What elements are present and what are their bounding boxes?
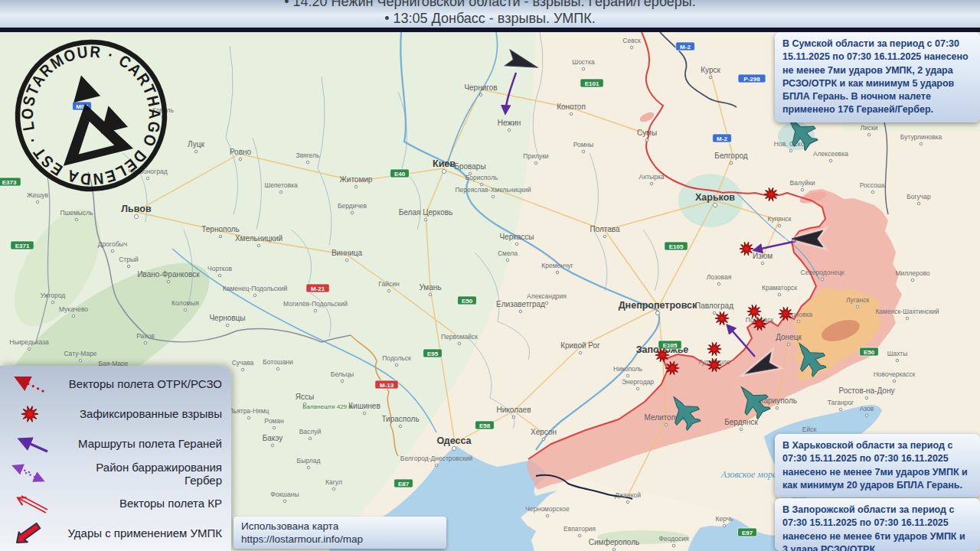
svg-text:Прилуки: Прилуки xyxy=(523,152,549,160)
info-box-zaporizhzhia: В Запорожской области за период с 07:30 … xyxy=(775,498,980,551)
svg-text:Кишинев: Кишинев xyxy=(348,402,380,410)
svg-text:Россошь: Россошь xyxy=(860,181,887,189)
svg-text:Борисполь: Борисполь xyxy=(466,174,498,181)
legend-label: Векторы полета ОТРК/РСЗО xyxy=(60,377,231,390)
svg-text:Ростов-на-Дону: Ростов-на-Дону xyxy=(839,386,895,395)
svg-text:Первомайск: Первомайск xyxy=(441,333,478,341)
legend-row-gerber: Район барражирования Гербер xyxy=(0,458,231,488)
svg-text:Ромны: Ромны xyxy=(573,141,594,148)
svg-text:Одесса: Одесса xyxy=(436,435,472,446)
otrk-vector-icon xyxy=(0,371,60,397)
svg-text:Ейск: Ейск xyxy=(802,425,817,433)
svg-text:Кременчуг: Кременчуг xyxy=(541,262,573,269)
legend-row-geran: Маршруты полета Гераней xyxy=(0,429,231,458)
svg-text:Чернигов: Чернигов xyxy=(464,83,497,92)
svg-text:Бровары: Бровары xyxy=(454,162,485,171)
svg-text:Севск: Севск xyxy=(622,37,641,44)
svg-text:Бельцы: Бельцы xyxy=(331,370,354,378)
svg-text:Ивано-Франковск: Ивано-Франковск xyxy=(137,270,200,279)
svg-text:Миллерово: Миллерово xyxy=(895,269,929,277)
legend-label: Маршруты полета Гераней xyxy=(60,437,231,450)
svg-text:Е50: Е50 xyxy=(864,349,875,356)
svg-text:Каменск-Шахтинский: Каменск-Шахтинский xyxy=(875,308,939,315)
svg-text:Полтава: Полтава xyxy=(590,225,620,233)
svg-text:Умань: Умань xyxy=(419,283,441,292)
svg-text:Винница: Винница xyxy=(332,249,363,257)
svg-text:Черноморское: Черноморское xyxy=(525,505,570,513)
svg-text:Кагул: Кагул xyxy=(325,478,342,486)
svg-text:Смела: Смела xyxy=(498,249,518,257)
svg-text:Краматорск: Краматорск xyxy=(762,284,797,292)
svg-text:Переяслав-Хмельницкий: Переяслав-Хмельницкий xyxy=(455,186,531,194)
svg-text:Бутурлиновка: Бутурлиновка xyxy=(900,133,942,141)
svg-text:Харьков: Харьков xyxy=(695,192,735,203)
legend-label: Удары с применением УМПК xyxy=(60,527,231,540)
ticker-line-2: • 13:05 Донбасс - взрывы. УМПК. xyxy=(0,10,980,27)
svg-text:Гайсин: Гайсин xyxy=(378,280,400,288)
svg-text:Елизаветград: Елизаветград xyxy=(496,300,545,308)
svg-text:Евпатория: Евпатория xyxy=(564,525,596,533)
svg-text:Яссы: Яссы xyxy=(296,393,314,401)
svg-text:Ровно: Ровно xyxy=(230,148,252,156)
svg-text:Рахов: Рахов xyxy=(136,332,155,340)
svg-text:Бердянск: Бердянск xyxy=(724,418,758,426)
svg-text:Каменец-Подольский: Каменец-Подольский xyxy=(223,285,288,292)
svg-text:Е95: Е95 xyxy=(427,350,439,357)
svg-text:Е40: Е40 xyxy=(394,171,406,178)
svg-text:Никополь: Никополь xyxy=(613,365,643,373)
svg-text:Черкассы: Черкассы xyxy=(499,233,534,241)
svg-text:Сату-Маре: Сату-Маре xyxy=(64,350,96,357)
svg-text:М-21: М-21 xyxy=(311,285,325,292)
svg-text:Белгород: Белгород xyxy=(714,152,748,160)
svg-text:Пшемысль: Пшемысль xyxy=(60,209,93,217)
svg-text:Дрогобыч: Дрогобыч xyxy=(98,240,127,248)
svg-text:Васлуй: Васлуй xyxy=(299,428,322,435)
lostarmour-stamp-logo: LOSTARMOUR · CARTHAGO DELENDA EST · xyxy=(5,34,178,201)
svg-text:Е58: Е58 xyxy=(479,422,491,429)
svg-text:Изюм: Изюм xyxy=(753,252,773,260)
legend-row-explosions: Зафиксированные взрывы xyxy=(0,399,231,429)
svg-text:Конотоп: Конотоп xyxy=(557,103,586,111)
svg-text:Сучава: Сучава xyxy=(232,359,254,367)
svg-text:Сумы: Сумы xyxy=(637,129,657,137)
svg-text:Могилёв-Подольский: Могилёв-Подольский xyxy=(283,300,348,308)
svg-text:Лиски: Лиски xyxy=(860,124,877,132)
svg-text:Тернополь: Тернополь xyxy=(201,225,240,233)
svg-text:Николаев: Николаев xyxy=(497,406,531,414)
svg-text:Ньиредьхаза: Ньиредьхаза xyxy=(9,338,49,346)
svg-text:Белая Церковь: Белая Церковь xyxy=(399,208,452,217)
svg-text:Е101: Е101 xyxy=(585,80,599,87)
geran-route-icon xyxy=(0,431,60,457)
legend-row-otrk: Векторы полета ОТРК/РСЗО xyxy=(0,369,231,399)
attribution-text: Использована карта xyxy=(241,520,439,533)
svg-text:Е105: Е105 xyxy=(663,342,678,349)
kr-vector-icon xyxy=(0,491,60,517)
legend-row-kr: Векторы полета КР xyxy=(0,488,231,518)
svg-text:Тирасполь: Тирасполь xyxy=(381,415,419,423)
legend-label: Векторы полета КР xyxy=(60,497,231,510)
svg-text:Роман: Роман xyxy=(264,417,284,425)
svg-text:Бакэу: Бакэу xyxy=(263,434,283,442)
svg-text:Е87: Е87 xyxy=(398,481,410,487)
ticker-line-1: • 14:20 Нежин Черниговской области - взр… xyxy=(0,0,980,10)
svg-text:Шостка: Шостка xyxy=(572,58,595,66)
svg-text:Павлоград: Павлоград xyxy=(695,302,733,310)
svg-text:Ботошани: Ботошани xyxy=(263,358,293,366)
svg-text:Александрия: Александрия xyxy=(527,292,567,300)
svg-text:Донецк: Донецк xyxy=(776,333,802,341)
svg-text:Днепропетровск: Днепропетровск xyxy=(619,300,697,311)
svg-text:Звягель: Звягель xyxy=(296,152,320,159)
svg-text:Курск: Курск xyxy=(701,66,720,74)
svg-text:Хмельницкий: Хмельницкий xyxy=(235,234,283,243)
svg-text:Чортков: Чортков xyxy=(207,265,232,272)
svg-text:Симферополь: Симферополь xyxy=(589,538,639,546)
svg-text:М-2: М-2 xyxy=(717,135,727,142)
svg-text:Купянск: Купянск xyxy=(767,215,791,223)
svg-text:Кривой Рог: Кривой Рог xyxy=(560,341,600,350)
svg-text:Ужгород: Ужгород xyxy=(41,292,66,299)
attribution-link[interactable]: https://lostarmour.info/map xyxy=(241,533,439,546)
svg-text:Луцк: Луцк xyxy=(188,140,204,148)
svg-text:Пьятра-Нямц: Пьятра-Нямц xyxy=(229,407,270,415)
svg-text:Черновцы: Черновцы xyxy=(209,314,245,322)
svg-text:Р-298: Р-298 xyxy=(743,76,760,83)
